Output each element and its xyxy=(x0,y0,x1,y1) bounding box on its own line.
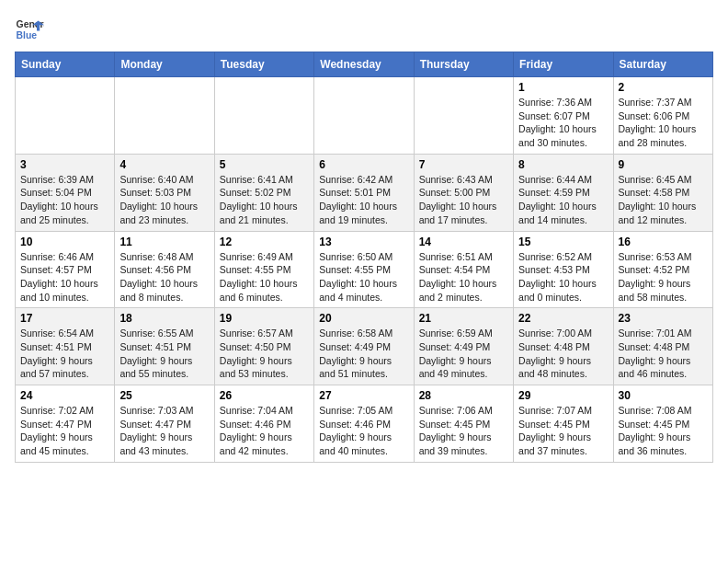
calendar-cell: 11Sunrise: 6:48 AM Sunset: 4:56 PM Dayli… xyxy=(115,231,214,308)
calendar-cell: 8Sunrise: 6:44 AM Sunset: 4:59 PM Daylig… xyxy=(514,154,613,231)
calendar-cell: 10Sunrise: 6:46 AM Sunset: 4:57 PM Dayli… xyxy=(16,231,115,308)
day-info: Sunrise: 7:03 AM Sunset: 4:47 PM Dayligh… xyxy=(119,404,209,458)
day-info: Sunrise: 7:07 AM Sunset: 4:45 PM Dayligh… xyxy=(518,404,608,458)
day-number: 1 xyxy=(518,81,608,94)
calendar-cell: 29Sunrise: 7:07 AM Sunset: 4:45 PM Dayli… xyxy=(514,385,613,463)
day-number: 18 xyxy=(119,312,209,325)
calendar-cell: 21Sunrise: 6:59 AM Sunset: 4:49 PM Dayli… xyxy=(414,308,513,385)
calendar-week-row: 3Sunrise: 6:39 AM Sunset: 5:04 PM Daylig… xyxy=(16,154,713,231)
day-number: 22 xyxy=(518,312,608,325)
day-number: 4 xyxy=(119,158,209,171)
header-row: General Blue xyxy=(15,15,713,44)
svg-text:Blue: Blue xyxy=(17,30,38,40)
day-info: Sunrise: 7:05 AM Sunset: 4:46 PM Dayligh… xyxy=(319,404,408,458)
calendar-cell: 24Sunrise: 7:02 AM Sunset: 4:47 PM Dayli… xyxy=(16,385,115,463)
calendar-cell: 23Sunrise: 7:01 AM Sunset: 4:48 PM Dayli… xyxy=(613,308,712,385)
calendar-cell: 13Sunrise: 6:50 AM Sunset: 4:55 PM Dayli… xyxy=(314,231,414,308)
day-number: 11 xyxy=(119,236,209,248)
day-number: 3 xyxy=(20,158,109,171)
day-info: Sunrise: 7:02 AM Sunset: 4:47 PM Dayligh… xyxy=(20,404,109,458)
day-number: 5 xyxy=(220,158,309,171)
day-number: 21 xyxy=(419,312,508,325)
calendar-week-row: 17Sunrise: 6:54 AM Sunset: 4:51 PM Dayli… xyxy=(16,308,713,385)
day-number: 17 xyxy=(20,312,109,325)
calendar-cell xyxy=(314,77,414,155)
calendar-cell: 20Sunrise: 6:58 AM Sunset: 4:49 PM Dayli… xyxy=(314,308,414,385)
day-info: Sunrise: 6:46 AM Sunset: 4:57 PM Dayligh… xyxy=(20,250,109,304)
day-info: Sunrise: 6:59 AM Sunset: 4:49 PM Dayligh… xyxy=(419,327,508,381)
day-number: 8 xyxy=(518,158,608,171)
day-number: 6 xyxy=(319,158,408,171)
day-info: Sunrise: 6:42 AM Sunset: 5:01 PM Dayligh… xyxy=(319,173,408,227)
day-number: 30 xyxy=(619,389,708,402)
day-info: Sunrise: 6:45 AM Sunset: 4:58 PM Dayligh… xyxy=(619,173,708,227)
day-info: Sunrise: 6:39 AM Sunset: 5:04 PM Dayligh… xyxy=(20,173,109,227)
day-number: 7 xyxy=(419,158,508,171)
day-info: Sunrise: 6:51 AM Sunset: 4:54 PM Dayligh… xyxy=(419,250,508,304)
day-number: 9 xyxy=(619,158,708,171)
calendar-cell: 22Sunrise: 7:00 AM Sunset: 4:48 PM Dayli… xyxy=(514,308,613,385)
calendar-cell: 12Sunrise: 6:49 AM Sunset: 4:55 PM Dayli… xyxy=(214,231,313,308)
calendar-week-row: 1Sunrise: 7:36 AM Sunset: 6:07 PM Daylig… xyxy=(16,77,713,155)
day-number: 26 xyxy=(220,389,309,402)
calendar-cell: 19Sunrise: 6:57 AM Sunset: 4:50 PM Dayli… xyxy=(214,308,313,385)
day-info: Sunrise: 7:01 AM Sunset: 4:48 PM Dayligh… xyxy=(619,327,708,381)
calendar-table: SundayMondayTuesdayWednesdayThursdayFrid… xyxy=(15,52,713,463)
calendar-cell: 17Sunrise: 6:54 AM Sunset: 4:51 PM Dayli… xyxy=(16,308,115,385)
calendar-cell xyxy=(414,77,513,155)
weekday-header: Friday xyxy=(514,52,613,77)
calendar-cell: 6Sunrise: 6:42 AM Sunset: 5:01 PM Daylig… xyxy=(314,154,414,231)
day-info: Sunrise: 6:43 AM Sunset: 5:00 PM Dayligh… xyxy=(419,173,508,227)
calendar-cell: 2Sunrise: 7:37 AM Sunset: 6:06 PM Daylig… xyxy=(613,77,712,155)
day-info: Sunrise: 6:44 AM Sunset: 4:59 PM Dayligh… xyxy=(518,173,608,227)
calendar-cell: 15Sunrise: 6:52 AM Sunset: 4:53 PM Dayli… xyxy=(514,231,613,308)
day-number: 15 xyxy=(518,236,608,248)
logo-icon: General Blue xyxy=(15,15,44,44)
calendar-cell xyxy=(115,77,214,155)
day-info: Sunrise: 6:53 AM Sunset: 4:52 PM Dayligh… xyxy=(619,250,708,304)
calendar-cell: 9Sunrise: 6:45 AM Sunset: 4:58 PM Daylig… xyxy=(613,154,712,231)
calendar-cell xyxy=(214,77,313,155)
weekday-header: Wednesday xyxy=(314,52,414,77)
day-info: Sunrise: 7:04 AM Sunset: 4:46 PM Dayligh… xyxy=(220,404,309,458)
day-info: Sunrise: 7:00 AM Sunset: 4:48 PM Dayligh… xyxy=(518,327,608,381)
calendar-header-row: SundayMondayTuesdayWednesdayThursdayFrid… xyxy=(16,52,713,77)
calendar-cell: 16Sunrise: 6:53 AM Sunset: 4:52 PM Dayli… xyxy=(613,231,712,308)
day-info: Sunrise: 7:37 AM Sunset: 6:06 PM Dayligh… xyxy=(619,96,708,150)
day-number: 24 xyxy=(20,389,109,402)
day-info: Sunrise: 6:49 AM Sunset: 4:55 PM Dayligh… xyxy=(220,250,309,304)
day-info: Sunrise: 7:08 AM Sunset: 4:45 PM Dayligh… xyxy=(619,404,708,458)
day-info: Sunrise: 6:50 AM Sunset: 4:55 PM Dayligh… xyxy=(319,250,408,304)
weekday-header: Thursday xyxy=(414,52,513,77)
calendar-week-row: 24Sunrise: 7:02 AM Sunset: 4:47 PM Dayli… xyxy=(16,385,713,463)
day-number: 13 xyxy=(319,236,408,248)
day-number: 2 xyxy=(619,81,708,94)
day-number: 12 xyxy=(220,236,309,248)
calendar-cell: 4Sunrise: 6:40 AM Sunset: 5:03 PM Daylig… xyxy=(115,154,214,231)
day-info: Sunrise: 6:57 AM Sunset: 4:50 PM Dayligh… xyxy=(220,327,309,381)
calendar-cell: 27Sunrise: 7:05 AM Sunset: 4:46 PM Dayli… xyxy=(314,385,414,463)
day-number: 29 xyxy=(518,389,608,402)
day-number: 23 xyxy=(619,312,708,325)
calendar-cell: 3Sunrise: 6:39 AM Sunset: 5:04 PM Daylig… xyxy=(16,154,115,231)
day-info: Sunrise: 7:36 AM Sunset: 6:07 PM Dayligh… xyxy=(518,96,608,150)
weekday-header: Monday xyxy=(115,52,214,77)
day-number: 28 xyxy=(419,389,508,402)
calendar-cell: 28Sunrise: 7:06 AM Sunset: 4:45 PM Dayli… xyxy=(414,385,513,463)
weekday-header: Saturday xyxy=(613,52,712,77)
day-number: 19 xyxy=(220,312,309,325)
day-info: Sunrise: 6:55 AM Sunset: 4:51 PM Dayligh… xyxy=(119,327,209,381)
day-info: Sunrise: 6:58 AM Sunset: 4:49 PM Dayligh… xyxy=(319,327,408,381)
day-number: 10 xyxy=(20,236,109,248)
day-info: Sunrise: 6:52 AM Sunset: 4:53 PM Dayligh… xyxy=(518,250,608,304)
calendar-cell: 14Sunrise: 6:51 AM Sunset: 4:54 PM Dayli… xyxy=(414,231,513,308)
calendar-cell: 7Sunrise: 6:43 AM Sunset: 5:00 PM Daylig… xyxy=(414,154,513,231)
weekday-header: Tuesday xyxy=(214,52,313,77)
calendar-cell xyxy=(16,77,115,155)
day-number: 20 xyxy=(319,312,408,325)
day-number: 16 xyxy=(619,236,708,248)
logo: General Blue xyxy=(15,15,48,44)
weekday-header: Sunday xyxy=(16,52,115,77)
calendar-cell: 5Sunrise: 6:41 AM Sunset: 5:02 PM Daylig… xyxy=(214,154,313,231)
day-number: 25 xyxy=(119,389,209,402)
